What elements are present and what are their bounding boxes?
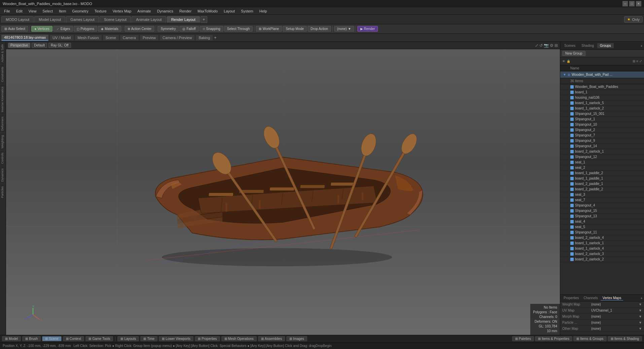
none-dropdown[interactable]: (none) ▼: [334, 26, 354, 32]
default-button[interactable]: Default: [32, 43, 47, 48]
title-bar-controls[interactable]: ─ □ ✕: [622, 1, 641, 6]
vp-refresh-icon[interactable]: ↺: [539, 43, 543, 48]
new-group-button[interactable]: New Group: [562, 51, 585, 56]
rp-tab-shading[interactable]: Shading: [579, 43, 597, 48]
menu-vertex-map[interactable]: Vertex Map: [110, 8, 134, 14]
vp-maximize-icon[interactable]: ⤢: [535, 43, 538, 48]
scene-filter-icon[interactable]: ≡: [636, 59, 638, 63]
bottom-assemblies-btn[interactable]: ⊞ Assemblies: [258, 336, 285, 341]
sub-tab-baking[interactable]: Baking: [196, 35, 213, 40]
sidebar-tab-particles[interactable]: Particles: [0, 184, 6, 200]
scene-item[interactable]: board_1_paddle_2: [560, 170, 644, 176]
sub-tab-camera-preview[interactable]: Camera / Preview: [160, 35, 194, 40]
layout-tab-animate[interactable]: Animate Layout: [132, 16, 166, 23]
bottom-tab-context[interactable]: ⊞ Context: [63, 336, 84, 341]
scene-item[interactable]: Shpangout_9: [560, 138, 644, 144]
scene-group-root[interactable]: ▼ ⊞ Wooden_Boat_with_Pad ...: [560, 71, 644, 78]
items-shading-btn[interactable]: ⊞ Items & Shading: [608, 336, 642, 341]
bottom-mesh-ops-btn[interactable]: ⊞ Mesh Operations: [221, 336, 257, 341]
items-properties-btn[interactable]: ⊞ Items & Properties: [535, 336, 572, 341]
menu-file[interactable]: File: [1, 8, 13, 14]
sidebar-tab-controls[interactable]: Controls: [0, 150, 6, 166]
sidebar-tab-dynamics[interactable]: Dynamics: [0, 166, 6, 184]
bottom-layouts-btn[interactable]: ⊞ Layouts: [117, 336, 139, 341]
perspective-button[interactable]: Perspective: [8, 43, 30, 48]
rp-tab-add[interactable]: +: [641, 44, 643, 48]
scene-item[interactable]: board_1_paddle_1: [560, 176, 644, 181]
scene-item[interactable]: seat_7: [560, 197, 644, 203]
items-groups-btn[interactable]: ⊞ Items & Groups: [573, 336, 606, 341]
scene-item[interactable]: seat_5: [560, 224, 644, 230]
sub-tab-preview[interactable]: Preview: [140, 35, 158, 40]
vp-settings-icon[interactable]: ⚙: [550, 43, 553, 48]
menu-view[interactable]: View: [26, 8, 39, 14]
minimize-button[interactable]: ─: [622, 1, 628, 6]
sidebar-tab-ik[interactable]: Inverse Kinematics: [0, 84, 6, 114]
bottom-tab-model[interactable]: ⊞ Model: [2, 336, 21, 341]
bottom-tab-brush[interactable]: ⊞ Brush: [22, 336, 41, 341]
only-button[interactable]: ★ Only: [624, 16, 643, 23]
vertices-button[interactable]: ● Vertices: [31, 26, 52, 32]
bottom-images-btn[interactable]: ⊞ Images: [286, 336, 307, 341]
scene-item[interactable]: Shpangout_12: [560, 154, 644, 160]
sub-tab-uv-model[interactable]: UV / Model: [50, 35, 73, 40]
vmap-tab-channels[interactable]: Channels: [582, 296, 600, 300]
sidebar-tab-active-safe[interactable]: Active & Safe: [0, 42, 6, 64]
scene-item[interactable]: Shpangout_10: [560, 122, 644, 127]
sidebar-tab-weighting[interactable]: Weighting: [0, 133, 6, 151]
menu-system[interactable]: System: [238, 8, 256, 14]
scene-item[interactable]: board_1_oarlock_5: [560, 100, 644, 106]
workplane-button[interactable]: ⊞ WorkPlane: [256, 26, 282, 32]
scene-item[interactable]: Shpangout_1: [560, 117, 644, 122]
sub-tab-camera[interactable]: Camera: [120, 35, 139, 40]
vmap-tab-vertex-maps[interactable]: Vertex Maps: [601, 296, 623, 300]
scene-item[interactable]: board_1_oarlock_4: [560, 246, 644, 251]
sub-tab-layman[interactable]: 481467803:18:lay-unmax: [1, 35, 48, 41]
scene-item[interactable]: Shpangout_15_001: [560, 111, 644, 117]
vmap-add-icon[interactable]: +: [641, 296, 643, 300]
falloff-button[interactable]: ◎ Falloff: [179, 26, 199, 32]
layout-tab-render[interactable]: Render Layout: [167, 16, 200, 23]
menu-maxtomodo[interactable]: MaxToModo: [195, 8, 220, 14]
menu-item[interactable]: Item: [56, 8, 69, 14]
scene-item[interactable]: board_1_oarlock_1: [560, 241, 644, 246]
bottom-tab-game-tools[interactable]: ⊞ Game Tools: [85, 336, 113, 341]
menu-select[interactable]: Select: [40, 8, 56, 14]
maximize-button[interactable]: □: [629, 1, 635, 6]
scene-item[interactable]: board_2_paddle_1: [560, 181, 644, 187]
scene-item[interactable]: Shpangout_2: [560, 127, 644, 133]
menu-animate[interactable]: Animate: [135, 8, 153, 14]
scene-item[interactable]: seat_2: [560, 165, 644, 170]
raygl-button[interactable]: Ray GL: Off: [48, 43, 71, 48]
scene-item[interactable]: housing_nail106: [560, 95, 644, 100]
sub-tab-add[interactable]: +: [214, 35, 217, 40]
snapping-button[interactable]: ⊹ Snapping: [200, 26, 223, 32]
scene-item[interactable]: Shpangout_4: [560, 203, 644, 208]
menu-dynamics[interactable]: Dynamics: [154, 8, 176, 14]
layout-tab-games[interactable]: Games Layout: [66, 16, 99, 23]
rp-tab-groups[interactable]: Groups: [597, 43, 614, 48]
edges-button[interactable]: ⟋ Edges: [53, 26, 73, 32]
scene-sort-icon[interactable]: ⊞: [633, 59, 635, 63]
close-button[interactable]: ✕: [636, 1, 641, 6]
scene-item[interactable]: board_1_oarlock_2: [560, 106, 644, 111]
select-through-button[interactable]: Select Through: [224, 26, 253, 32]
scene-item[interactable]: board_1: [560, 90, 644, 95]
layout-tab-add[interactable]: +: [201, 16, 207, 23]
menu-edit[interactable]: Edit: [13, 8, 25, 14]
layout-tab-modo[interactable]: MODO Layout: [1, 16, 34, 23]
materials-button[interactable]: ◈ Materials: [98, 26, 121, 32]
rp-tab-scenes[interactable]: Scenes: [562, 43, 578, 48]
action-center-button[interactable]: ⊕ Action Center: [124, 26, 155, 32]
symmetry-button[interactable]: Symmetry: [157, 26, 179, 32]
scene-item[interactable]: Shpangout_7: [560, 133, 644, 138]
drop-action-button[interactable]: Drop Action: [308, 26, 331, 32]
scene-item[interactable]: Wooden_Boat_with_Paddles: [560, 84, 644, 90]
viewport-canvas[interactable]: X Y Z No Items Polygons : Face Channels:…: [6, 49, 560, 335]
scene-item[interactable]: board_2_paddle_2: [560, 187, 644, 192]
scene-item[interactable]: Shpangout_11: [560, 230, 644, 235]
scene-item[interactable]: seat_3: [560, 192, 644, 197]
menu-texture[interactable]: Texture: [92, 8, 109, 14]
vmap-tab-properties[interactable]: Properties: [562, 296, 581, 300]
scene-item[interactable]: seat_4: [560, 219, 644, 224]
